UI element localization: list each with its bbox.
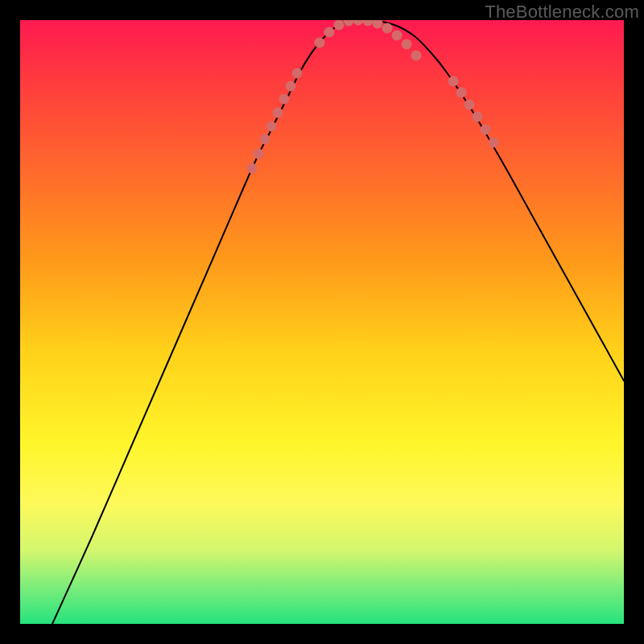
highlight-dot	[489, 138, 499, 148]
highlight-dot	[292, 68, 303, 79]
curve-svg	[20, 20, 624, 624]
chart-frame: TheBottleneck.com	[0, 0, 644, 644]
highlight-dot	[353, 20, 364, 26]
highlight-dot	[344, 20, 354, 27]
highlight-dot	[448, 76, 459, 87]
highlight-dot	[363, 20, 374, 27]
highlight-dot	[481, 125, 491, 135]
highlight-dot	[260, 134, 270, 145]
highlight-dot	[382, 23, 393, 34]
highlight-dot	[266, 122, 277, 132]
highlight-dot	[373, 20, 383, 29]
highlight-dot	[315, 38, 325, 48]
highlight-dot	[273, 108, 283, 118]
highlight-dot	[402, 39, 412, 50]
highlight-dot	[334, 20, 345, 31]
highlight-markers	[247, 20, 499, 174]
highlight-dot	[456, 88, 467, 98]
highlight-dot	[247, 163, 258, 174]
highlight-dot	[411, 51, 422, 61]
highlight-dot	[324, 27, 335, 38]
highlight-dot	[473, 112, 483, 122]
highlight-dot	[392, 31, 402, 41]
bottleneck-curve	[52, 20, 624, 624]
highlight-dot	[279, 94, 290, 105]
highlight-dot	[254, 149, 264, 159]
highlight-dot	[286, 81, 296, 92]
plot-area	[20, 20, 624, 624]
highlight-dot	[464, 100, 475, 110]
